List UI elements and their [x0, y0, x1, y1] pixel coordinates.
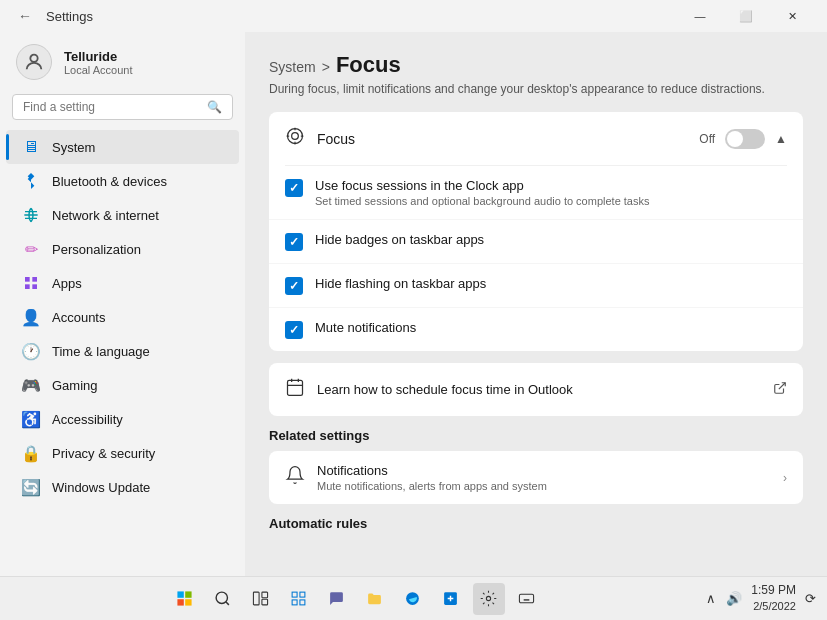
accessibility-icon: ♿ [22, 410, 40, 428]
system-tray: ∧ 🔊 [703, 589, 745, 608]
time-icon: 🕐 [22, 342, 40, 360]
checkbox-mute[interactable]: ✓ [285, 321, 303, 339]
toggle-off-label: Off [699, 132, 715, 146]
related-settings-title: Related settings [269, 428, 803, 443]
svg-line-21 [226, 602, 229, 605]
nav-label-windows-update: Windows Update [52, 480, 150, 495]
focus-title: Focus [317, 131, 355, 147]
nav-label-accessibility: Accessibility [52, 412, 123, 427]
svg-rect-3 [25, 284, 30, 289]
start-button[interactable] [169, 583, 201, 615]
maximize-button[interactable]: ⬜ [723, 0, 769, 32]
search-icon: 🔍 [207, 100, 222, 114]
outlook-link-row[interactable]: Learn how to schedule focus time in Outl… [269, 363, 803, 416]
store-icon[interactable] [435, 583, 467, 615]
sidebar-item-accounts[interactable]: 👤 Accounts [6, 300, 239, 334]
svg-rect-26 [300, 592, 305, 597]
personalization-icon: ✏ [22, 240, 40, 258]
sidebar-item-personalization[interactable]: ✏ Personalization [6, 232, 239, 266]
check-text-badges: Hide badges on taskbar apps [315, 232, 484, 247]
gaming-icon: 🎮 [22, 376, 40, 394]
back-button[interactable]: ← [12, 4, 38, 28]
user-info: Telluride Local Account [64, 49, 133, 76]
check-label-flashing: Hide flashing on taskbar apps [315, 276, 486, 291]
checkbox-flashing[interactable]: ✓ [285, 277, 303, 295]
sidebar-item-network[interactable]: Network & internet [6, 198, 239, 232]
accounts-icon: 👤 [22, 308, 40, 326]
taskbar-time[interactable]: 1:59 PM 2/5/2022 [751, 582, 796, 614]
sidebar-item-gaming[interactable]: 🎮 Gaming [6, 368, 239, 402]
nav-label-network: Network & internet [52, 208, 159, 223]
breadcrumb-parent: System [269, 59, 316, 75]
notifications-row-left: Notifications Mute notifications, alerts… [285, 463, 547, 492]
minimize-button[interactable]: — [677, 0, 723, 32]
title-bar-left: ← Settings [12, 4, 93, 28]
calendar-icon [285, 377, 305, 402]
checkbox-clock[interactable]: ✓ [285, 179, 303, 197]
svg-rect-24 [262, 599, 268, 605]
check-text-flashing: Hide flashing on taskbar apps [315, 276, 486, 291]
notification-center-icon[interactable]: ⟳ [802, 589, 819, 608]
bluetooth-icon [22, 172, 40, 190]
automatic-rules-title: Automatic rules [269, 516, 803, 531]
nav-label-bluetooth: Bluetooth & devices [52, 174, 167, 189]
svg-rect-22 [254, 592, 260, 605]
nav-label-accounts: Accounts [52, 310, 105, 325]
svg-point-6 [292, 133, 299, 140]
sidebar-item-system[interactable]: 🖥 System [6, 130, 239, 164]
taskbar-search[interactable] [207, 583, 239, 615]
widgets-icon[interactable] [283, 583, 315, 615]
focus-card-header[interactable]: Focus Off ▲ [269, 112, 803, 165]
check-text-clock: Use focus sessions in the Clock app Set … [315, 178, 649, 207]
svg-point-0 [30, 55, 37, 62]
focus-card-header-right: Off ▲ [699, 129, 787, 149]
nav-label-gaming: Gaming [52, 378, 98, 393]
check-label-badges: Hide badges on taskbar apps [315, 232, 484, 247]
breadcrumb: System > Focus [269, 52, 803, 78]
svg-rect-18 [178, 599, 184, 605]
svg-rect-27 [292, 600, 297, 605]
search-box[interactable]: 🔍 [12, 94, 233, 120]
focus-toggle[interactable] [725, 129, 765, 149]
sidebar-item-windows-update[interactable]: 🔄 Windows Update [6, 470, 239, 504]
sidebar-item-bluetooth[interactable]: Bluetooth & devices [6, 164, 239, 198]
checkbox-badges[interactable]: ✓ [285, 233, 303, 251]
title-bar-controls: — ⬜ ✕ [677, 0, 815, 32]
notifications-title: Notifications [317, 463, 547, 478]
task-view-icon[interactable] [245, 583, 277, 615]
volume-icon[interactable]: 🔊 [723, 589, 745, 608]
sidebar-item-privacy[interactable]: 🔒 Privacy & security [6, 436, 239, 470]
user-section: Telluride Local Account [0, 32, 245, 94]
keyboard-icon[interactable] [511, 583, 543, 615]
taskbar-center [169, 583, 543, 615]
time-display: 1:59 PM [751, 582, 796, 599]
tray-chevron[interactable]: ∧ [703, 589, 719, 608]
file-explorer-icon[interactable] [359, 583, 391, 615]
check-sublabel-clock: Set timed sessions and optional backgrou… [315, 195, 649, 207]
svg-point-20 [216, 592, 227, 603]
svg-rect-28 [300, 600, 305, 605]
svg-rect-23 [262, 592, 268, 598]
window-title: Settings [46, 9, 93, 24]
svg-line-15 [779, 383, 785, 389]
network-icon [22, 206, 40, 224]
date-display: 2/5/2022 [751, 599, 796, 614]
svg-rect-16 [178, 591, 184, 597]
settings-taskbar-icon[interactable] [473, 583, 505, 615]
search-input[interactable] [23, 100, 199, 114]
sidebar-item-apps[interactable]: Apps [6, 266, 239, 300]
outlook-link-text: Learn how to schedule focus time in Outl… [317, 382, 573, 397]
notifications-row[interactable]: Notifications Mute notifications, alerts… [269, 451, 803, 504]
app-body: Telluride Local Account 🔍 🖥 System Bluet… [0, 32, 827, 576]
link-card: Learn how to schedule focus time in Outl… [269, 363, 803, 416]
edge-icon[interactable] [397, 583, 429, 615]
apps-icon [22, 274, 40, 292]
sidebar-item-accessibility[interactable]: ♿ Accessibility [6, 402, 239, 436]
svg-rect-17 [185, 591, 191, 597]
system-icon: 🖥 [22, 138, 40, 156]
close-button[interactable]: ✕ [769, 0, 815, 32]
chat-icon[interactable] [321, 583, 353, 615]
sidebar-item-time[interactable]: 🕐 Time & language [6, 334, 239, 368]
check-row-mute: ✓ Mute notifications [269, 307, 803, 351]
svg-point-5 [288, 129, 303, 144]
